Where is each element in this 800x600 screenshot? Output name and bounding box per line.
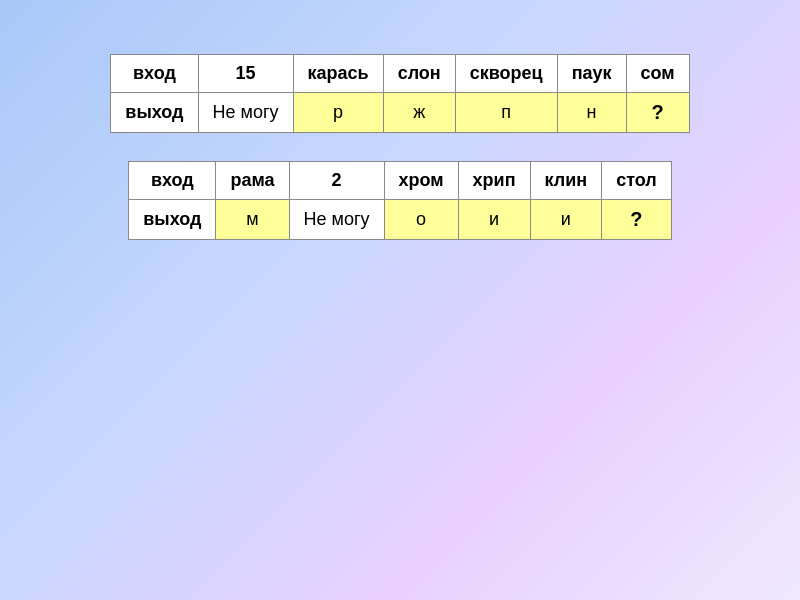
- table-cell: вход: [111, 55, 198, 93]
- table-cell: сом: [626, 55, 689, 93]
- table2-container: входрама2хромхрипклинстолвыходмНе могуои…: [128, 161, 672, 240]
- table-cell: Не могу: [198, 93, 293, 133]
- table-cell: рама: [216, 162, 289, 200]
- table-cell: п: [455, 93, 557, 133]
- table-cell: Не могу: [289, 200, 384, 240]
- table-cell: хрип: [458, 162, 530, 200]
- table-cell: и: [530, 200, 602, 240]
- table-cell: слон: [383, 55, 455, 93]
- table-cell: клин: [530, 162, 602, 200]
- table-cell: р: [293, 93, 383, 133]
- table-cell: и: [458, 200, 530, 240]
- table-cell: 15: [198, 55, 293, 93]
- table1: вход15карасьслонскворецпауксомвыходНе мо…: [110, 54, 689, 133]
- table-cell: о: [384, 200, 458, 240]
- table-cell: м: [216, 200, 289, 240]
- table-cell: ?: [626, 93, 689, 133]
- table-cell: н: [557, 93, 626, 133]
- table-cell: стол: [602, 162, 672, 200]
- table-cell: карась: [293, 55, 383, 93]
- table-cell: хром: [384, 162, 458, 200]
- table-cell: выход: [111, 93, 198, 133]
- table-cell: ?: [602, 200, 672, 240]
- table-cell: вход: [129, 162, 216, 200]
- table2: входрама2хромхрипклинстолвыходмНе могуои…: [128, 161, 672, 240]
- table-cell: паук: [557, 55, 626, 93]
- table1-container: вход15карасьслонскворецпауксомвыходНе мо…: [110, 54, 689, 133]
- table-cell: скворец: [455, 55, 557, 93]
- table-cell: ж: [383, 93, 455, 133]
- table-cell: выход: [129, 200, 216, 240]
- table-cell: 2: [289, 162, 384, 200]
